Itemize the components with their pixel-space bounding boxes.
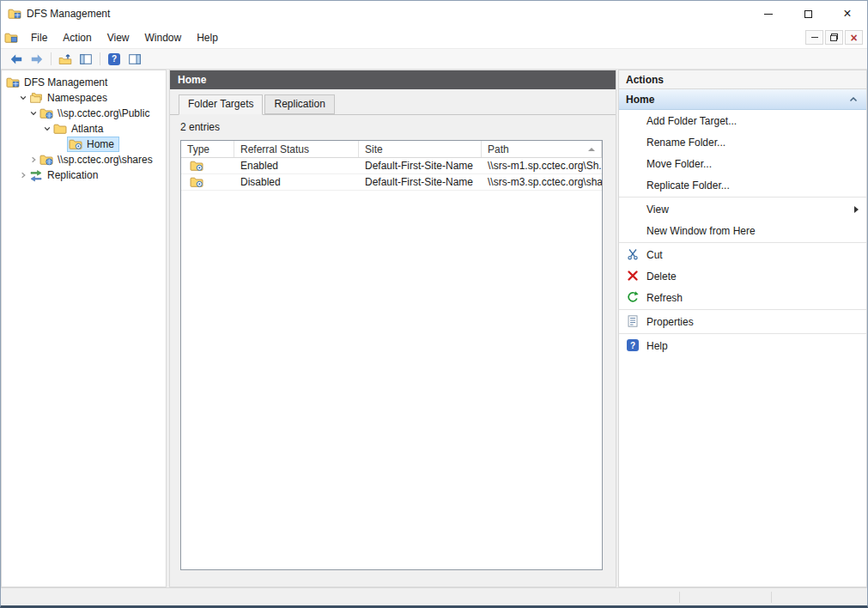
tree-item-namespaces[interactable]: Namespaces (2, 90, 166, 106)
collapse-section-button[interactable] (847, 94, 859, 106)
submenu-arrow-icon (854, 206, 859, 213)
status-bar (1, 587, 867, 605)
actions-section-title: Home (626, 94, 654, 106)
action-new-window-from-here[interactable]: New Window from Here (619, 220, 866, 241)
actions-section-header[interactable]: Home (619, 89, 866, 110)
window-controls: × (749, 1, 867, 27)
chevron-right-icon[interactable] (27, 154, 39, 166)
folder-target-row[interactable]: Disabled Default-First-Site-Name \\srs-m… (181, 174, 602, 191)
action-properties[interactable]: Properties (619, 311, 866, 332)
action-cut[interactable]: Cut (619, 244, 866, 265)
delete-icon (626, 269, 640, 283)
cell-type (181, 175, 234, 189)
column-header-path[interactable]: Path (482, 141, 602, 157)
action-delete[interactable]: Delete (619, 265, 866, 287)
status-bar-separator (771, 592, 772, 603)
replication-icon (29, 168, 45, 182)
action-add-folder-target[interactable]: Add Folder Target... (619, 110, 866, 131)
forward-button[interactable] (27, 50, 47, 68)
cell-type (181, 159, 234, 173)
mdi-restore-button[interactable] (825, 30, 843, 45)
column-header-site[interactable]: Site (359, 141, 482, 157)
toggle-action-pane-button[interactable] (124, 50, 145, 68)
action-move-folder[interactable]: Move Folder... (619, 153, 866, 174)
dfs-folder-icon (69, 137, 84, 151)
namespace-icon (39, 153, 55, 167)
toggle-console-tree-button[interactable] (76, 50, 96, 68)
chevron-down-icon[interactable] (27, 107, 39, 119)
tree-item-replication[interactable]: Replication (2, 167, 166, 183)
menu-view[interactable]: View (100, 28, 137, 47)
forward-arrow-icon (30, 52, 44, 66)
mdi-close-button[interactable]: × (845, 30, 863, 45)
namespaces-icon (29, 91, 45, 105)
close-button[interactable]: × (828, 1, 867, 27)
folder-targets-list: Type Referral Status Site Path Enabled D… (180, 140, 603, 570)
menu-bar: File Action View Window Help × (1, 27, 867, 49)
action-replicate-folder[interactable]: Replicate Folder... (619, 174, 866, 196)
tree-item-namespace-public[interactable]: \\sp.cctec.org\Public (2, 106, 166, 121)
chevron-down-icon[interactable] (17, 92, 29, 104)
column-header-label: Path (488, 143, 509, 155)
actions-separator (619, 197, 866, 198)
tree-item-namespace-shares[interactable]: \\sp.cctec.org\shares (2, 152, 166, 167)
column-header-label: Type (187, 143, 209, 155)
menu-action[interactable]: Action (55, 28, 99, 47)
cut-icon (626, 247, 640, 261)
action-label: Replicate Folder... (646, 179, 730, 192)
expander-spacer (55, 138, 67, 150)
list-header: Type Referral Status Site Path (181, 141, 602, 158)
menu-file[interactable]: File (23, 28, 55, 47)
action-label: New Window from Here (646, 225, 756, 237)
menu-help[interactable]: Help (189, 28, 226, 47)
tree-item-label: \\sp.cctec.org\shares (55, 153, 155, 167)
action-view[interactable]: View (619, 198, 866, 220)
up-one-level-icon (58, 52, 72, 66)
mdi-restore-icon (830, 33, 838, 41)
toolbar-separator (100, 52, 100, 65)
tree-item-home[interactable]: Home (2, 137, 166, 152)
show-hide-console-tree-icon (79, 52, 93, 66)
help-button[interactable]: ? (104, 50, 124, 68)
folder-target-icon (190, 175, 205, 189)
tree-item-dfs-management[interactable]: DFS Management (2, 75, 166, 90)
menu-window[interactable]: Window (137, 28, 190, 47)
folder-target-row[interactable]: Enabled Default-First-Site-Name \\srs-m1… (181, 158, 602, 174)
toolbar-separator (51, 52, 52, 65)
tree-item-label: Namespaces (45, 91, 110, 105)
minimize-button[interactable] (749, 1, 788, 27)
result-pane-title: Home (178, 74, 206, 86)
up-one-level-button[interactable] (55, 50, 76, 68)
tab-folder-targets[interactable]: Folder Targets (179, 94, 263, 115)
action-help[interactable]: ? Help (619, 335, 866, 356)
action-rename-folder[interactable]: Rename Folder... (619, 131, 866, 153)
actions-pane-title: Actions (619, 70, 866, 89)
action-label: Delete (646, 271, 677, 283)
back-button[interactable] (6, 50, 27, 68)
action-refresh[interactable]: Refresh (619, 287, 866, 308)
chevron-down-icon[interactable] (41, 123, 53, 135)
tree-item-label: DFS Management (21, 76, 110, 89)
tab-replication[interactable]: Replication (264, 94, 334, 114)
mdi-window-controls: × (805, 30, 863, 45)
console-tree-pane: DFS Management Namespaces \\sp.cctec.o (1, 70, 167, 587)
namespace-icon (39, 106, 55, 120)
sort-ascending-icon (588, 148, 595, 151)
mdi-minimize-button[interactable] (805, 30, 823, 45)
window-title: DFS Management (27, 8, 110, 20)
actions-pane: Actions Home Add Folder Target... Rename… (618, 70, 867, 587)
tree-item-atlanta[interactable]: Atlanta (2, 121, 166, 137)
action-label: Help (646, 340, 668, 352)
mdi-minimize-icon (811, 37, 818, 38)
list-empty-area (181, 191, 602, 569)
action-label: Refresh (646, 292, 683, 304)
column-header-referral-status[interactable]: Referral Status (234, 141, 359, 157)
maximize-button[interactable] (788, 1, 828, 27)
dfs-management-icon (6, 76, 21, 89)
action-label: View (646, 204, 669, 216)
chevron-right-icon[interactable] (17, 169, 29, 181)
tab-strip: Folder Targets Replication (170, 89, 616, 115)
column-header-type[interactable]: Type (181, 141, 234, 157)
show-hide-action-pane-icon (128, 52, 142, 66)
actions-separator (619, 309, 866, 310)
